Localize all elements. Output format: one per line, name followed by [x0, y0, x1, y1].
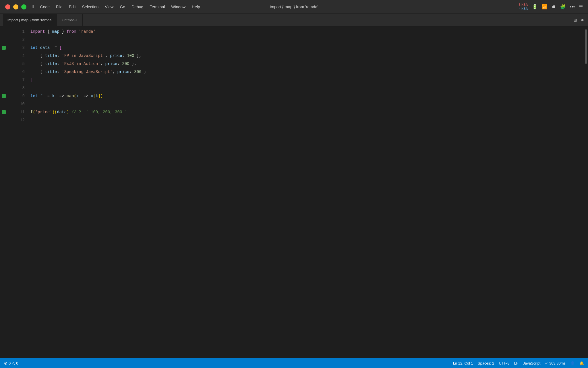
- list-icon: ☰: [579, 4, 583, 9]
- window-title: import { map } from 'ramda': [270, 5, 318, 9]
- warning-icon: △: [12, 361, 15, 365]
- code-line-6: { title: 'Speaking JavaScript', price: 3…: [30, 68, 584, 76]
- language-mode[interactable]: JavaScript: [523, 361, 541, 365]
- apple-menu-icon[interactable]: : [32, 4, 35, 9]
- line-num-12: 12: [7, 116, 25, 124]
- maximize-button[interactable]: [21, 4, 26, 9]
- line-num-9: 9: [7, 92, 25, 100]
- breakpoint-line11[interactable]: [2, 110, 6, 114]
- cursor-position-label: Ln 12, Col 1: [453, 361, 473, 365]
- minimize-button[interactable]: [13, 4, 18, 9]
- tab-untitled[interactable]: Untitled-1: [57, 14, 83, 26]
- line-num-7: 7: [7, 76, 25, 84]
- error-icon: ⊗: [4, 361, 7, 365]
- menu-debug[interactable]: Debug: [129, 3, 146, 10]
- line-num-2: 2: [7, 36, 25, 44]
- menu-selection[interactable]: Selection: [79, 3, 102, 10]
- wifi-icon: 📶: [542, 4, 548, 9]
- menu-help[interactable]: Help: [189, 3, 203, 10]
- code-line-9: let f = k => map(x => x[k]): [30, 92, 584, 100]
- indentation-label: Spaces: 2: [478, 361, 494, 365]
- statusbar-right: Ln 12, Col 1 Spaces: 2 UTF-8 LF JavaScri…: [453, 361, 584, 365]
- battery-icon: 🔋: [532, 4, 538, 9]
- bell-icon: 🔔: [579, 361, 584, 365]
- line-num-11: 11: [7, 108, 25, 116]
- encoding-label: UTF-8: [499, 361, 510, 365]
- extensions-icon: 🧩: [560, 4, 566, 9]
- code-line-3: let data = [: [30, 44, 584, 52]
- error-count: 0: [9, 361, 11, 365]
- menu-go[interactable]: Go: [117, 3, 128, 10]
- code-line-1: import { map } from 'ramda': [30, 28, 584, 36]
- statusbar-left: ⊗ 0 △ 0: [4, 361, 18, 365]
- menu-code[interactable]: Code: [37, 3, 53, 10]
- tab-main-label: import { map } from 'ramda': [7, 18, 52, 22]
- line-numbers: 1 2 3 4 5 6 7 8 9 10 11 12: [7, 26, 28, 358]
- language-label: JavaScript: [523, 361, 541, 365]
- line-num-4: 4: [7, 52, 25, 60]
- menu-edit[interactable]: Edit: [66, 3, 79, 10]
- split-editor-icon[interactable]: ⊞: [574, 17, 577, 23]
- line-ending[interactable]: LF: [514, 361, 518, 365]
- tab-untitled-label: Untitled-1: [62, 18, 78, 22]
- traffic-lights: [0, 4, 26, 9]
- menu-window[interactable]: Window: [168, 3, 188, 10]
- tabbar: import { map } from 'ramda' Untitled-1 ⊞…: [0, 14, 588, 26]
- code-line-4: { title: 'FP in JavaScript', price: 100 …: [30, 52, 584, 60]
- titlebar-right: 5 KB/s 4 KB/s 🔋 📶 ⏺ 🧩 ••• ☰: [519, 3, 588, 10]
- menu-view[interactable]: View: [102, 3, 116, 10]
- more-icon: •••: [570, 4, 575, 9]
- vertical-scrollbar[interactable]: [584, 26, 588, 358]
- tab-main[interactable]: import { map } from 'ramda': [3, 14, 57, 26]
- tabbar-right-controls: ⊞ ●: [574, 17, 588, 23]
- code-line-11: f('price')(data) // ? [ 100, 200, 300 ]: [30, 108, 584, 116]
- code-line-5: { title: 'RxJS in Action', price: 200 },: [30, 60, 584, 68]
- breakpoint-line3[interactable]: [2, 46, 6, 50]
- code-line-12: [30, 116, 584, 124]
- line-num-6: 6: [7, 68, 25, 76]
- line-num-1: 1: [7, 28, 25, 36]
- code-line-8: [30, 84, 584, 92]
- code-line-2: [30, 36, 584, 44]
- line-num-3: 3: [7, 44, 25, 52]
- line-ending-label: LF: [514, 361, 518, 365]
- dirty-indicator: ●: [581, 17, 584, 23]
- breakpoints-gutter: [0, 26, 7, 358]
- menu-terminal[interactable]: Terminal: [147, 3, 168, 10]
- person-icon: 👤: [570, 361, 575, 365]
- line-num-10: 10: [7, 100, 25, 108]
- code-line-10: [30, 100, 584, 108]
- statusbar: ⊗ 0 △ 0 Ln 12, Col 1 Spaces: 2 UTF-8 LF …: [0, 358, 588, 368]
- notifications[interactable]: 🔔: [579, 361, 584, 365]
- code-line-7: ]: [30, 76, 584, 84]
- titlebar:  Code File Edit Selection View Go Debug…: [0, 0, 588, 14]
- timing-label: ✓ 303.80ms: [545, 361, 566, 365]
- network-speed: 5 KB/s 4 KB/s: [519, 3, 528, 10]
- code-area[interactable]: import { map } from 'ramda' let data = […: [28, 26, 584, 358]
- encoding[interactable]: UTF-8: [499, 361, 510, 365]
- line-num-5: 5: [7, 60, 25, 68]
- scrollbar-thumb[interactable]: [585, 29, 587, 64]
- person-icon-status[interactable]: 👤: [570, 361, 575, 365]
- close-button[interactable]: [5, 4, 10, 9]
- timing: ✓ 303.80ms: [545, 361, 566, 365]
- breakpoint-line9[interactable]: [2, 94, 6, 98]
- line-num-8: 8: [7, 84, 25, 92]
- cursor-position[interactable]: Ln 12, Col 1: [453, 361, 473, 365]
- indentation[interactable]: Spaces: 2: [478, 361, 494, 365]
- editor: 1 2 3 4 5 6 7 8 9 10 11 12 import { map …: [0, 26, 588, 358]
- errors-status[interactable]: ⊗ 0 △ 0: [4, 361, 18, 365]
- warning-count: 0: [16, 361, 18, 365]
- menu-file[interactable]: File: [53, 3, 65, 10]
- record-icon: ⏺: [552, 4, 556, 9]
